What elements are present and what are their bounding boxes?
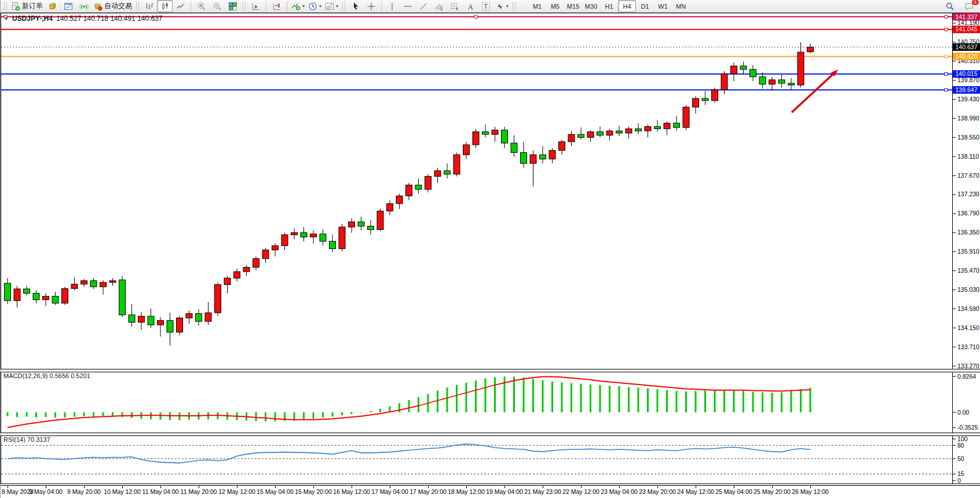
dropdown-caret-icon[interactable]: ▾	[506, 4, 509, 9]
candle-bearish	[740, 66, 747, 69]
crosshair-button[interactable]	[363, 0, 379, 12]
timeframe-button-M1[interactable]: M1	[528, 0, 546, 12]
toolbar-grip[interactable]	[513, 2, 515, 10]
line-handle[interactable]	[945, 28, 948, 31]
timeframe-button-M30[interactable]: M30	[582, 0, 600, 12]
main-chart-panel[interactable]: 141.190140.750140.310139.870139.430138.9…	[1, 13, 980, 369]
line-chart-button[interactable]	[173, 0, 188, 12]
broadcast-button[interactable]	[76, 0, 92, 12]
line-handle[interactable]	[945, 55, 948, 58]
toolbar-separator	[266, 2, 266, 10]
chart-title: ▼ USDJPY-,H4 140.527 140.718 140.491 140…	[4, 14, 162, 23]
rsi-axis[interactable]: 1008050150	[953, 435, 968, 484]
templates-button[interactable]: ▾	[323, 0, 340, 12]
candle-bullish	[645, 127, 651, 131]
collapse-icon[interactable]: ▼	[4, 16, 9, 21]
price-axis[interactable]: 141.190140.750140.310139.870139.430138.9…	[953, 13, 980, 369]
search-button[interactable]	[942, 0, 957, 12]
axis-tick-label: 133.270	[957, 362, 979, 369]
timeframe-button-M15[interactable]: M15	[564, 0, 582, 12]
rsi-panel[interactable]: 1008050150 RSI(14) 70.3137	[1, 435, 980, 484]
dropdown-caret-icon[interactable]: ▾	[319, 4, 321, 9]
time-axis-label: 11 May 20:00	[181, 488, 217, 495]
candlestick-chart-button[interactable]	[157, 0, 173, 12]
arrows-button[interactable]: ▾	[493, 0, 510, 12]
line-handle[interactable]	[945, 15, 948, 18]
tile-windows-button[interactable]	[225, 0, 240, 12]
price-badge-label: 139.647	[956, 86, 978, 93]
candle-bullish	[693, 98, 699, 107]
bars-chart-button[interactable]	[141, 0, 157, 12]
svg-text:E: E	[440, 6, 443, 10]
line-handle[interactable]	[945, 89, 948, 91]
line-handle[interactable]	[945, 72, 948, 75]
timeframe-button-D1[interactable]: D1	[636, 0, 654, 12]
time-axis-label: 18 May 12:00	[448, 488, 485, 495]
candle-bearish	[167, 321, 173, 332]
cursor-button[interactable]	[348, 0, 363, 12]
new-order-button[interactable]: 新订单	[9, 0, 45, 12]
macd-axis[interactable]: 0.82640.00-0.3525	[953, 373, 978, 431]
chart-window-button[interactable]	[60, 0, 76, 12]
arrows-icon	[495, 2, 504, 11]
periods-button[interactable]: ▾	[306, 0, 323, 12]
axis-tick-label: 135.910	[957, 248, 979, 255]
horizontal-line-button[interactable]	[400, 0, 415, 12]
cube-button[interactable]	[45, 0, 60, 12]
toolbar-grip[interactable]	[342, 2, 345, 10]
line-handle[interactable]	[474, 15, 477, 18]
timeframe-button-H1[interactable]: H1	[600, 0, 618, 12]
indicators-button[interactable]: ▾	[290, 0, 306, 12]
axis-tick-label: 138.110	[957, 153, 979, 160]
timeframe-button-MN[interactable]: MN	[672, 0, 690, 12]
timeframe-button-H4[interactable]: H4	[618, 0, 636, 12]
candle-bearish	[24, 289, 30, 293]
trendline-button[interactable]	[415, 0, 431, 12]
bars-chart-icon	[145, 2, 154, 11]
fibonacci-button[interactable]: F	[447, 0, 462, 12]
macd-canvas[interactable]: 0.82640.00-0.3525	[1, 372, 980, 433]
zoom-in-icon	[197, 2, 206, 11]
candle-bullish	[281, 235, 288, 246]
time-axis-label: 24 May 12:00	[677, 488, 714, 495]
chat-button[interactable]: 1	[961, 0, 977, 12]
autotrading-button[interactable]: 自动交易	[92, 0, 134, 12]
macd-panel[interactable]: 0.82640.00-0.3525 MACD(12,26,9) 0.5656 0…	[1, 372, 980, 433]
chart-shift-button[interactable]	[269, 0, 284, 12]
time-axis[interactable]: 8 May 20239 May 04:009 May 20:0010 May 1…	[1, 485, 980, 498]
vertical-line-button[interactable]	[384, 0, 400, 12]
equidistant-channel-icon: E	[434, 2, 444, 11]
timeframe-button-W1[interactable]: W1	[654, 0, 672, 12]
toolbar-separator	[381, 2, 382, 10]
horizontal-line-icon	[403, 2, 412, 11]
toolbar-grip[interactable]	[243, 2, 246, 10]
toolbar-grip[interactable]	[4, 2, 7, 10]
rsi-canvas[interactable]: 1008050150	[1, 435, 980, 484]
candle-bullish	[434, 171, 441, 177]
zoom-out-button[interactable]	[209, 0, 225, 12]
auto-scroll-button[interactable]	[248, 0, 264, 12]
axis-tick-label: 139.430	[957, 96, 979, 102]
text-button[interactable]: A	[462, 0, 478, 12]
toolbar-separator	[191, 2, 191, 10]
candle-bullish	[310, 234, 317, 237]
axis-tick-label: 138.990	[957, 115, 979, 122]
axis-tick-label: 135.470	[957, 267, 979, 274]
candle-bullish	[253, 259, 259, 268]
dropdown-caret-icon[interactable]: ▾	[336, 4, 338, 9]
candlesticks	[5, 42, 814, 346]
time-axis-label: 19 May 04:00	[486, 488, 523, 495]
candle-bullish	[473, 132, 479, 145]
broadcast-icon	[79, 2, 89, 11]
candle-bullish	[349, 222, 355, 227]
main-chart-canvas[interactable]: 141.190140.750140.310139.870139.430138.9…	[1, 13, 980, 369]
toolbar-grip[interactable]	[136, 2, 139, 10]
time-axis-label: 23 May 04:00	[601, 488, 638, 495]
text-label-button[interactable]: T	[478, 0, 493, 12]
dropdown-caret-icon[interactable]: ▾	[302, 4, 305, 9]
timeframe-button-M5[interactable]: M5	[546, 0, 564, 12]
rsi-line	[8, 444, 810, 463]
equidistant-channel-button[interactable]: E	[431, 0, 447, 12]
zoom-in-button[interactable]	[193, 0, 209, 12]
autotrading-icon	[93, 2, 103, 11]
